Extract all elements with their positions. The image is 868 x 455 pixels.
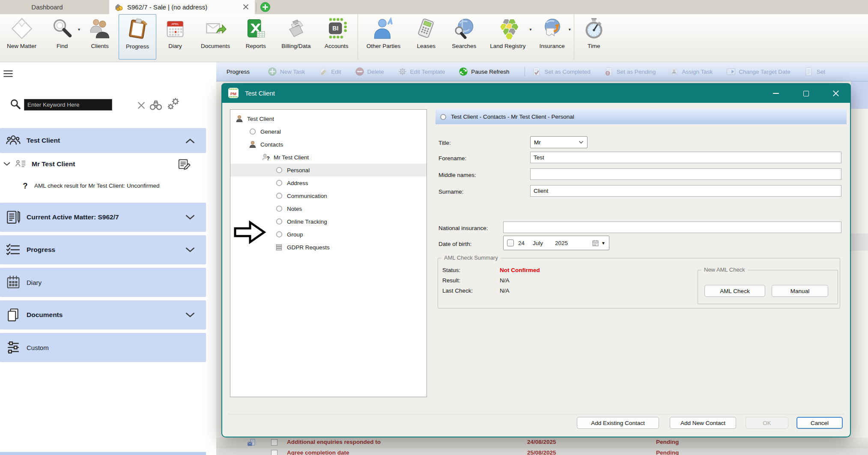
middle-names-field[interactable] (530, 168, 841, 180)
svg-text:?: ? (266, 156, 270, 161)
chevron-up-icon[interactable] (185, 138, 195, 144)
add-existing-contact-button[interactable]: Add Existing Contact (577, 417, 659, 429)
chevron-down-icon[interactable] (185, 312, 195, 318)
ribbon-button-pause-refresh[interactable]: Pause Refresh (452, 67, 516, 76)
compose-note-icon[interactable] (178, 158, 191, 171)
search-settings-gears-icon[interactable] (166, 96, 181, 111)
sidebar-contact-row[interactable]: Mr Test Client (0, 156, 206, 173)
toolbar-button-accounts[interactable]: BI Accounts (318, 14, 355, 60)
search-input[interactable] (24, 99, 112, 111)
chevron-down-icon[interactable] (3, 162, 10, 166)
progress-icon (126, 18, 149, 40)
toolbar-button-find[interactable]: ▾ Find (43, 14, 81, 60)
toolbar-button-new-matter[interactable]: New Matter (0, 14, 43, 60)
tree-node-communication[interactable]: Communication (230, 189, 427, 202)
toolbar-button-leases[interactable]: Leases (407, 14, 445, 60)
toolbar-button-billing-data[interactable]: Billing/Data (274, 14, 317, 60)
ribbon-button-edit[interactable]: Edit (312, 67, 348, 76)
hamburger-menu-icon[interactable] (3, 68, 14, 79)
toolbar-button-time[interactable]: Time (574, 14, 612, 60)
toolbar-button-other-parties[interactable]: Other Parties (358, 14, 408, 60)
tab-close-icon[interactable] (243, 4, 250, 11)
doc-plain-icon (804, 67, 814, 76)
toolbar-button-land-registry[interactable]: ▾ Land Registry (483, 14, 532, 60)
add-new-contact-button[interactable]: Add New Contact (670, 417, 736, 429)
close-icon[interactable] (829, 88, 843, 99)
ribbon-button-new-task[interactable]: New Task (261, 67, 312, 76)
dob-month[interactable]: July (533, 240, 555, 246)
dob-year[interactable]: 2025 (555, 240, 576, 246)
surname-field[interactable] (530, 185, 841, 197)
chevron-down-icon[interactable] (185, 215, 195, 220)
toolbar-button-progress[interactable]: Progress (119, 14, 156, 60)
calendar-icon[interactable] (592, 239, 599, 247)
ribbon-button-change-target-date[interactable]: Change Target Date (719, 67, 797, 76)
tree-node-general[interactable]: General (230, 125, 427, 138)
sidebar-section-diary[interactable]: Diary (0, 268, 206, 297)
aml-result-label: Result: (442, 277, 460, 284)
tree-node-personal[interactable]: Personal (230, 164, 427, 177)
dropdown-arrow-icon[interactable]: ▼ (601, 241, 606, 245)
clear-search-icon[interactable] (136, 100, 146, 111)
sidebar-client-header[interactable]: Test Client (0, 128, 206, 153)
gear-icon (398, 67, 407, 76)
ribbon-button-set-as-pending[interactable]: Set as Pending (597, 67, 663, 76)
ok-button[interactable]: OK (746, 417, 788, 429)
tree-node-contacts[interactable]: Contacts (230, 138, 427, 151)
tree-node-mr-test-client[interactable]: ? Mr Test Client (230, 151, 427, 164)
ribbon-button-delete[interactable]: Delete (348, 67, 391, 76)
binoculars-icon[interactable] (149, 98, 163, 112)
land-registry-icon (497, 17, 519, 39)
title-field-label: Title: (438, 140, 451, 146)
task-label: Additional enquiries responded to (287, 439, 381, 445)
pm-logo-icon: PM (227, 87, 239, 99)
manual-button[interactable]: Manual (772, 285, 828, 297)
dropdown-arrow-icon[interactable]: ▾ (529, 27, 531, 32)
toolbar-button-diary[interactable]: APRIL Diary (156, 14, 194, 60)
task-date: 24/08/2025 (527, 439, 556, 445)
ribbon-button-edit-template[interactable]: Edit Template (391, 67, 452, 76)
dropdown-arrow-icon[interactable]: ▾ (569, 27, 571, 32)
tree-node-address[interactable]: Address (230, 177, 427, 189)
sidebar-section-custom[interactable]: Custom (0, 333, 206, 362)
minimize-icon[interactable] (769, 88, 783, 99)
tree-node-notes[interactable]: Notes (230, 202, 427, 215)
task-row-additional-enquiries[interactable]: Additional enquiries responded to 24/08/… (216, 437, 868, 448)
progress-ribbon: Progress New Task Edit Delete (216, 62, 868, 81)
sidebar-bottom-strip (0, 452, 206, 455)
national-insurance-field[interactable] (503, 222, 841, 233)
toolbar-button-documents[interactable]: Documents (194, 14, 237, 60)
forename-field[interactable] (530, 152, 841, 163)
task-checkbox[interactable] (271, 450, 277, 455)
doc-pending-icon (604, 67, 614, 76)
tree-node-test-client[interactable]: Test Client (230, 112, 427, 125)
new-tab-button[interactable] (260, 2, 270, 12)
sidebar-section-current-active-matter[interactable]: Current Active Matter: S962/7 (0, 203, 206, 232)
sidebar-section-progress[interactable]: Progress (0, 235, 206, 264)
tab-active-matter[interactable]: S962/7 - Sale | (no address) (109, 0, 255, 14)
cancel-button[interactable]: Cancel (796, 417, 843, 429)
dob-checkbox[interactable] (507, 239, 514, 246)
chevron-down-icon[interactable] (185, 247, 195, 253)
aml-check-button[interactable]: AML Check (704, 285, 765, 297)
ribbon-button-assign-task[interactable]: Assign Task (662, 67, 719, 76)
ribbon-button-set-more[interactable]: Set (797, 67, 832, 76)
task-checkbox[interactable] (271, 439, 277, 446)
dialog-title-bar[interactable]: PM Test Client (221, 83, 851, 103)
toolbar-button-insurance[interactable]: ▾ Insurance (533, 14, 572, 60)
toolbar-button-reports[interactable]: Reports (237, 14, 274, 60)
aml-last-check-label: Last Check: (442, 287, 473, 294)
dropdown-arrow-icon[interactable]: ▾ (78, 27, 80, 32)
tab-dashboard[interactable]: Dashboard (9, 0, 86, 14)
task-row-agree-completion[interactable]: Agree completion date 25/08/2025 Pending (216, 448, 868, 455)
toolbar-button-clients[interactable]: Clients (81, 14, 119, 60)
dob-day[interactable]: 24 (518, 240, 533, 246)
aml-status-label: Status: (442, 267, 460, 273)
toolbar-button-searches[interactable]: Searches (445, 14, 483, 60)
sidebar-section-documents[interactable]: Documents (0, 300, 206, 329)
title-select[interactable]: Mr (530, 136, 588, 148)
sidebar-aml-alert[interactable]: ? AML check result for Mr Test Client: U… (0, 180, 206, 192)
maximize-icon[interactable] (799, 88, 813, 99)
date-of-birth-picker[interactable]: 24 July 2025 ▼ (503, 236, 609, 250)
ribbon-button-set-as-completed[interactable]: Set as Completed (525, 67, 597, 76)
